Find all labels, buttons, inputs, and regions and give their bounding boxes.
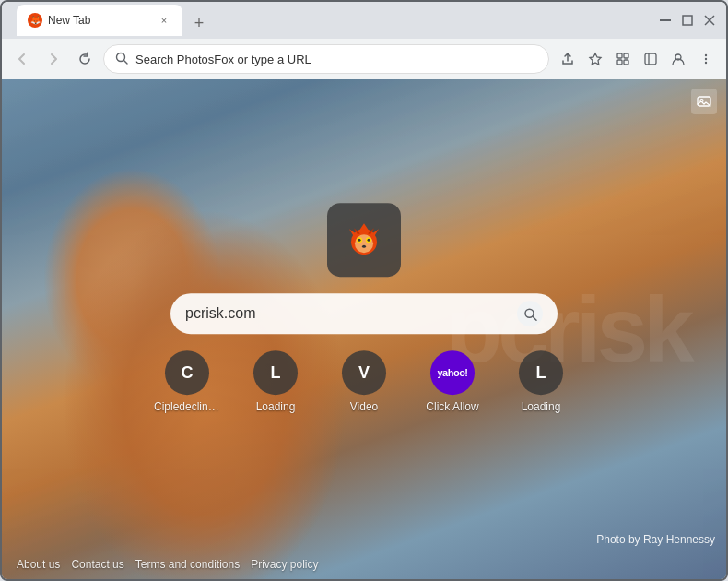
shortcut-video[interactable]: V Video xyxy=(331,350,397,413)
back-button[interactable] xyxy=(9,46,35,72)
svg-rect-9 xyxy=(617,60,622,65)
new-tab-button[interactable]: + xyxy=(186,10,212,36)
menu-icon-button[interactable] xyxy=(693,46,719,72)
svg-point-16 xyxy=(705,62,707,64)
shortcuts-row: C Cipledecline... L Loading V Video yaho… xyxy=(154,350,574,413)
svg-point-26 xyxy=(358,239,361,242)
tab-favicon: 🦊 xyxy=(28,13,42,28)
tab-title: New Tab xyxy=(48,14,151,27)
svg-point-14 xyxy=(705,54,707,56)
contact-us-link[interactable]: Contact us xyxy=(71,558,123,571)
svg-point-15 xyxy=(705,58,707,60)
svg-rect-11 xyxy=(645,53,656,65)
tabs-bar: 🦊 New Tab × + xyxy=(9,5,219,36)
forward-button[interactable] xyxy=(41,46,66,72)
terms-link[interactable]: Terms and conditions xyxy=(135,558,240,571)
page-content: pcrisk xyxy=(2,79,726,579)
address-search-icon xyxy=(115,52,128,67)
shortcut-loading2[interactable]: L Loading xyxy=(508,350,574,413)
refresh-button[interactable] xyxy=(72,46,98,72)
active-tab[interactable]: 🦊 New Tab × xyxy=(17,5,182,36)
shortcut-icon-loading1: L xyxy=(253,350,298,395)
photo-credit: Photo by Ray Hennessy xyxy=(596,533,715,546)
address-input[interactable]: Search PhotosFox or type a URL xyxy=(103,44,549,74)
search-button[interactable] xyxy=(517,301,543,326)
shortcut-label-loading1: Loading xyxy=(256,400,296,413)
browser-window: 🦊 New Tab × + xyxy=(0,0,728,581)
shortcut-label-loading2: Loading xyxy=(522,400,561,413)
page-footer: About us Contact us Terms and conditions… xyxy=(2,550,726,579)
address-text: Search PhotosFox or type a URL xyxy=(135,53,537,66)
shortcut-icon-clickallow: yahoo! xyxy=(430,350,475,395)
shortcut-icon-video: V xyxy=(342,350,386,395)
search-bar-text: pcrisk.com xyxy=(185,305,510,322)
svg-line-5 xyxy=(124,60,128,64)
privacy-link[interactable]: Privacy policy xyxy=(251,558,318,571)
shortcut-icon-loading2: L xyxy=(519,350,563,395)
svg-point-27 xyxy=(368,239,370,242)
shortcut-label-video: Video xyxy=(350,400,378,413)
change-background-button[interactable] xyxy=(691,89,717,114)
share-icon-button[interactable] xyxy=(555,46,581,72)
close-window-button[interactable] xyxy=(702,13,717,28)
toolbar-icons xyxy=(555,46,719,72)
profile-icon-button[interactable] xyxy=(665,46,691,72)
svg-marker-6 xyxy=(590,53,601,65)
tab-close-button[interactable]: × xyxy=(157,13,171,28)
title-bar: 🦊 New Tab × + xyxy=(2,2,726,39)
extensions-icon-button[interactable] xyxy=(610,46,636,72)
app-icon-box[interactable] xyxy=(327,203,401,277)
app-fox-icon xyxy=(340,216,388,264)
address-bar-row: Search PhotosFox or type a URL xyxy=(2,39,726,79)
maximize-button[interactable] xyxy=(680,13,695,28)
svg-point-23 xyxy=(355,234,373,253)
shortcut-icon-cipledecline: C xyxy=(165,350,209,395)
svg-line-32 xyxy=(533,316,536,320)
svg-rect-10 xyxy=(624,60,628,65)
shortcut-clickallow[interactable]: yahoo! Click Allow xyxy=(419,350,486,413)
shortcut-label-cipledecline: Cipledecline... xyxy=(154,400,220,413)
shortcut-label-clickallow: Click Allow xyxy=(426,400,478,413)
minimize-button[interactable] xyxy=(658,13,673,28)
svg-rect-8 xyxy=(624,53,628,58)
svg-point-28 xyxy=(362,245,366,248)
svg-rect-0 xyxy=(660,19,671,21)
shortcut-cipledecline[interactable]: C Cipledecline... xyxy=(154,350,220,413)
svg-rect-1 xyxy=(683,16,692,25)
svg-rect-7 xyxy=(617,53,622,58)
shortcut-loading1[interactable]: L Loading xyxy=(242,350,309,413)
bookmark-icon-button[interactable] xyxy=(582,46,608,72)
search-bar[interactable]: pcrisk.com xyxy=(170,293,558,334)
window-controls xyxy=(658,13,717,28)
center-area: pcrisk.com C Cipledecline... L Loading V… xyxy=(154,203,574,413)
sidebar-icon-button[interactable] xyxy=(638,46,663,72)
about-us-link[interactable]: About us xyxy=(17,558,60,571)
